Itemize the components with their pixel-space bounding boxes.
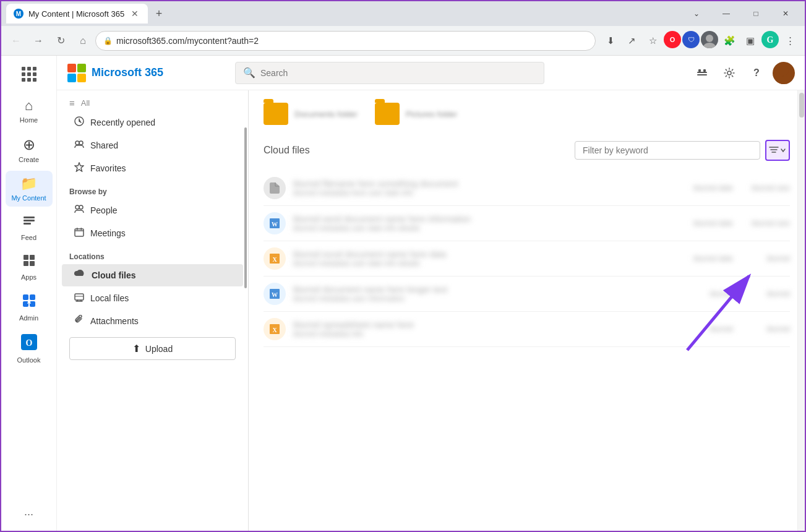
svg-point-26: [727, 71, 731, 75]
search-icon: 🔍: [243, 67, 255, 79]
svg-rect-18: [67, 64, 76, 72]
main-scrollbar[interactable]: [797, 90, 805, 531]
more-options-icon[interactable]: ⋮: [780, 31, 800, 51]
more-apps-button[interactable]: ···: [24, 508, 33, 521]
nav-rail-item-admin[interactable]: A Admin: [6, 288, 53, 327]
file-size-4: blurred: [740, 290, 790, 298]
maximize-button[interactable]: □: [742, 4, 770, 24]
file-row[interactable]: W blurred document name here longer text…: [264, 277, 790, 312]
sidebar-item-meetings[interactable]: Meetings: [62, 222, 243, 244]
folders-row: Documents folder Pictures folder: [249, 90, 805, 135]
svg-rect-20: [67, 74, 76, 82]
svg-text:O: O: [25, 338, 32, 348]
download-icon[interactable]: ⬇: [601, 31, 620, 51]
search-box[interactable]: 🔍: [235, 62, 544, 84]
file-row[interactable]: W blurred word document name here inform…: [264, 206, 790, 241]
sidebar-item-local-files[interactable]: Local files: [62, 287, 243, 309]
help-button[interactable]: ?: [745, 62, 768, 84]
address-bar[interactable]: 🔒 microsoft365.com/mycontent?auth=2: [95, 31, 596, 51]
nav-rail-item-feed[interactable]: Feed: [6, 209, 53, 246]
bookmark-icon[interactable]: ☆: [643, 31, 662, 51]
sidebar-toggle-icon[interactable]: ▣: [740, 31, 760, 51]
sidebar-scrollbar-thumb: [244, 127, 247, 288]
nav-rail-item-apps[interactable]: Apps: [6, 249, 53, 286]
user-extension-icon[interactable]: [701, 31, 718, 48]
settings-button[interactable]: [718, 62, 740, 84]
cloud-files-label: Cloud files: [92, 270, 136, 280]
svg-rect-9: [24, 261, 28, 266]
file-date-3: blurred date: [693, 254, 733, 263]
user-avatar[interactable]: [773, 62, 795, 84]
nav-rail-item-home[interactable]: ⌂ Home: [6, 93, 53, 129]
feed-icon: [22, 214, 36, 231]
browser-toolbar: ← → ↻ ⌂ 🔒 microsoft365.com/mycontent?aut…: [1, 26, 805, 56]
nav-rail-item-my-content[interactable]: 📁 My Content: [6, 171, 53, 207]
sidebar-item-attachments[interactable]: Attachments: [62, 310, 243, 332]
filter-options-button[interactable]: [765, 140, 790, 161]
sidebar-all-partial[interactable]: ≡ All: [57, 95, 248, 111]
forward-button[interactable]: →: [28, 31, 48, 51]
sidebar-item-shared[interactable]: Shared: [62, 134, 243, 157]
file-meta-5: blurred metadata info: [293, 330, 703, 338]
upload-icon: ⬆: [132, 343, 140, 354]
file-size-1: blurred size: [740, 184, 790, 192]
home-label: Home: [20, 116, 38, 124]
file-row[interactable]: X blurred excel document name here data …: [264, 241, 790, 277]
sidebar-item-people[interactable]: People: [62, 199, 243, 221]
sidebar-item-cloud-files[interactable]: Cloud files: [62, 264, 243, 286]
sidebar-item-favorites[interactable]: Favorites: [62, 157, 243, 179]
reload-button[interactable]: ↻: [51, 31, 71, 51]
svg-rect-37: [81, 228, 82, 230]
opera-extension-icon[interactable]: O: [664, 31, 681, 48]
file-info-4: blurred document name here longer text b…: [293, 285, 703, 303]
search-input[interactable]: [260, 68, 536, 78]
filter-icon: [769, 146, 779, 155]
svg-rect-36: [77, 228, 78, 230]
local-files-icon: [74, 292, 84, 304]
file-name-4: blurred document name here longer text: [293, 285, 703, 294]
grammarly-icon[interactable]: G: [761, 31, 779, 48]
notification-button[interactable]: [691, 62, 713, 84]
nav-rail-item-create[interactable]: ⊕ Create: [6, 131, 53, 168]
all-label: All: [81, 98, 90, 108]
app-content: ⌂ Home ⊕ Create 📁 My Content Feed: [1, 56, 805, 531]
close-button[interactable]: ✕: [771, 4, 800, 24]
tab-close-button[interactable]: ✕: [129, 8, 140, 19]
all-icon: ≡: [69, 98, 75, 108]
minimize-button[interactable]: —: [712, 4, 740, 24]
extensions-icon[interactable]: 🧩: [719, 31, 739, 51]
back-button[interactable]: ←: [6, 31, 26, 51]
attachments-icon: [74, 315, 84, 327]
sidebar-scroll: ≡ All Recently opened: [57, 90, 248, 531]
file-row[interactable]: blurred filename here something document…: [264, 171, 790, 206]
sidebar-scrollbar[interactable]: [243, 90, 248, 531]
share-icon[interactable]: ↗: [622, 31, 641, 51]
filter-input[interactable]: [575, 141, 760, 160]
svg-point-34: [79, 205, 83, 209]
ms365-header: Microsoft 365 🔍 ?: [57, 56, 805, 90]
upload-button[interactable]: ⬆ Upload: [69, 337, 236, 360]
attachments-label: Attachments: [90, 316, 139, 326]
nav-rail-item-grid[interactable]: [6, 61, 53, 88]
shield-extension-icon[interactable]: 🛡: [682, 31, 700, 48]
svg-rect-23: [697, 74, 707, 75]
svg-marker-32: [75, 163, 84, 171]
folder-item-1[interactable]: Documents folder: [264, 103, 362, 125]
browser-tab[interactable]: M My Content | Microsoft 365 ✕: [6, 4, 148, 24]
sidebar-item-recently-opened[interactable]: Recently opened: [62, 111, 243, 134]
nav-rail-item-outlook[interactable]: O Outlook: [6, 329, 53, 369]
folder-label-2: Pictures folder: [406, 109, 457, 119]
folder-icon-2: [375, 103, 400, 125]
folder-item-2[interactable]: Pictures folder: [375, 103, 474, 125]
file-icon-2: W: [264, 212, 286, 234]
collapse-button[interactable]: ⌄: [682, 4, 711, 24]
svg-text:X: X: [272, 256, 277, 263]
file-meta-4: blurred metadata user information: [293, 294, 703, 303]
file-row[interactable]: X blurred spreadsheet name here blurred …: [264, 312, 790, 347]
tab-title: My Content | Microsoft 365: [28, 9, 124, 19]
ms365-logo-text: Microsoft 365: [92, 66, 163, 79]
file-date-1: blurred date: [693, 184, 733, 192]
outlook-label: Outlook: [17, 356, 41, 364]
new-tab-button[interactable]: +: [150, 5, 168, 22]
home-button[interactable]: ⌂: [73, 31, 93, 51]
